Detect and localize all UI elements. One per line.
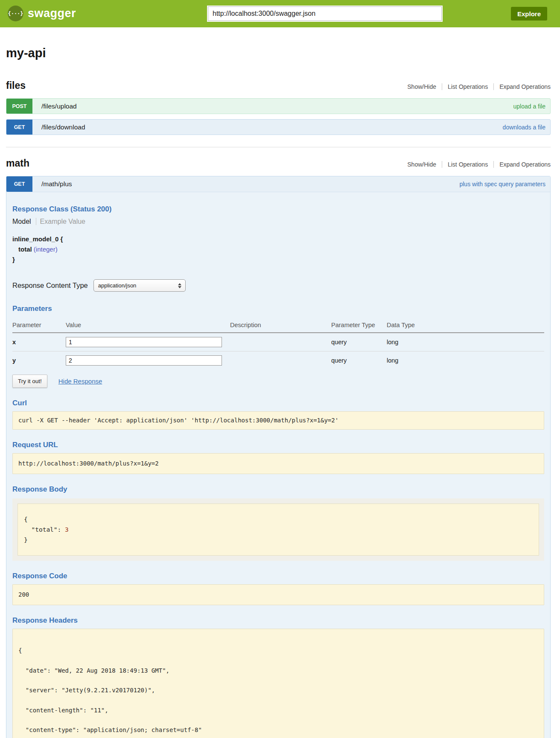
col-header-description: Description — [230, 318, 331, 333]
files-section-controls: Show/Hide List Operations Expand Operati… — [402, 83, 551, 90]
select-stepper-icon — [178, 283, 181, 288]
json-open-brace: { — [24, 514, 533, 524]
math-section-header: math Show/Hide List Operations Expand Op… — [6, 158, 551, 169]
operation-get-math-plus[interactable]: GET /math/plus plus with spec query para… — [6, 176, 550, 192]
parameters-table: Parameter Value Description Parameter Ty… — [12, 318, 544, 369]
parameter-y-input[interactable] — [66, 355, 222, 366]
response-content-type-label: Response Content Type — [12, 281, 88, 290]
col-header-parameter: Parameter — [12, 318, 66, 333]
col-header-parameter-type: Parameter Type — [331, 318, 387, 333]
response-code-block: 200 — [12, 584, 544, 605]
swagger-logo[interactable]: {···} swagger — [8, 6, 76, 21]
math-section-title[interactable]: math — [6, 158, 29, 169]
parameter-type: query — [331, 351, 387, 370]
files-list-operations-link[interactable]: List Operations — [442, 83, 493, 90]
col-header-value: Value — [66, 318, 230, 333]
parameter-x-input[interactable] — [66, 337, 222, 347]
response-class-heading: Response Class (Status 200) — [12, 205, 544, 214]
operation-summary[interactable]: downloads a file — [503, 124, 545, 131]
tab-model[interactable]: Model — [12, 218, 36, 225]
curl-command-block: curl -X GET --header 'Accept: applicatio… — [12, 411, 544, 430]
section-divider — [6, 147, 551, 147]
model-property-name: total — [18, 246, 32, 253]
operation-path[interactable]: /math/plus — [41, 180, 72, 188]
model-property-type: (integer) — [34, 246, 58, 253]
parameter-row-x: x query long — [12, 333, 544, 351]
brand-title: swagger — [28, 7, 76, 20]
spec-url-input[interactable] — [208, 6, 442, 21]
math-section-controls: Show/Hide List Operations Expand Operati… — [402, 161, 551, 168]
response-body-heading: Response Body — [12, 485, 544, 494]
response-headers-heading: Response Headers — [12, 616, 544, 625]
operation-get-math-plus-expanded: GET /math/plus plus with spec query para… — [6, 176, 551, 738]
header-bar: {···} swagger Explore — [0, 0, 560, 27]
model-close-line: } — [12, 255, 544, 265]
parameter-description — [230, 351, 331, 370]
explore-button[interactable]: Explore — [511, 7, 547, 20]
tab-example-value[interactable]: Example Value — [36, 218, 85, 225]
try-it-out-row: Try it out! Hide Response — [12, 375, 544, 388]
math-list-operations-link[interactable]: List Operations — [442, 161, 493, 168]
swagger-braces-icon: {···} — [8, 6, 23, 21]
parameter-data-type: long — [387, 333, 544, 351]
response-body-block: { "total": 3 } — [18, 504, 539, 556]
model-property: total (integer) — [18, 244, 544, 255]
model-signature: inline_model_0 { total (integer) } — [12, 234, 544, 265]
operation-path[interactable]: /files/upload — [41, 102, 77, 110]
operation-summary[interactable]: upload a file — [513, 103, 545, 110]
files-show-hide-link[interactable]: Show/Hide — [402, 83, 442, 90]
request-url-heading: Request URL — [12, 441, 544, 449]
post-method-badge: POST — [6, 99, 32, 114]
files-section-title[interactable]: files — [6, 80, 26, 91]
api-title: my-api — [6, 46, 551, 60]
parameter-name: y — [12, 351, 66, 370]
parameters-heading: Parameters — [12, 305, 544, 313]
try-it-out-button[interactable]: Try it out! — [12, 375, 47, 388]
math-show-hide-link[interactable]: Show/Hide — [402, 161, 442, 168]
parameter-name: x — [12, 333, 66, 351]
operation-details-panel: Response Class (Status 200) ModelExample… — [6, 192, 550, 738]
json-close-brace: } — [24, 535, 533, 545]
json-total-line: "total": 3 — [24, 524, 533, 535]
curl-heading: Curl — [12, 399, 544, 407]
operation-post-files-upload[interactable]: POST /files/upload upload a file — [6, 98, 551, 114]
get-method-badge: GET — [6, 120, 32, 135]
get-method-badge: GET — [6, 176, 32, 192]
response-code-heading: Response Code — [12, 572, 544, 580]
operation-summary[interactable]: plus with spec query parameters — [459, 181, 545, 187]
response-class-tabs: ModelExample Value — [12, 218, 544, 226]
hide-response-link[interactable]: Hide Response — [58, 378, 102, 385]
operation-get-files-download[interactable]: GET /files/download downloads a file — [6, 119, 551, 135]
math-expand-operations-link[interactable]: Expand Operations — [493, 161, 551, 168]
model-open-line: inline_model_0 { — [12, 234, 544, 244]
col-header-data-type: Data Type — [387, 318, 544, 333]
parameter-type: query — [331, 333, 387, 351]
response-body-outer: { "total": 3 } — [12, 498, 544, 561]
parameter-row-y: y query long — [12, 351, 544, 370]
response-headers-block: { "date": "Wed, 22 Aug 2018 18:49:13 GMT… — [12, 629, 544, 738]
files-expand-operations-link[interactable]: Expand Operations — [493, 83, 551, 90]
parameter-description — [230, 333, 331, 351]
parameter-data-type: long — [387, 351, 544, 370]
operation-path[interactable]: /files/download — [41, 123, 85, 131]
response-content-type-select[interactable]: application/json — [93, 279, 186, 292]
response-content-type-row: Response Content Type application/json — [12, 279, 544, 292]
files-section-header: files Show/Hide List Operations Expand O… — [6, 80, 551, 91]
json-total-value: 3 — [65, 526, 69, 533]
response-content-type-value: application/json — [98, 282, 137, 289]
request-url-block: http://localhost:3000/math/plus?x=1&y=2 — [12, 453, 544, 474]
